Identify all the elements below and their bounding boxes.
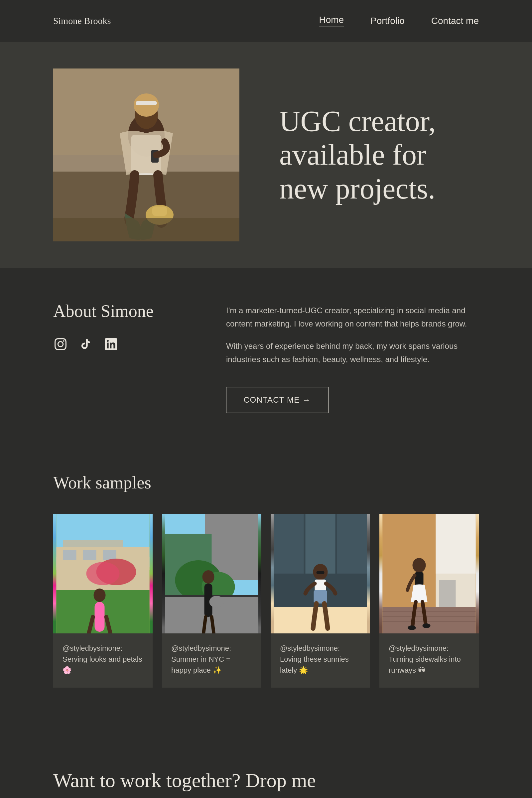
nav-links: Home Portfolio Contact me <box>319 15 479 27</box>
linkedin-icon[interactable] <box>104 337 118 352</box>
nav-contact[interactable]: Contact me <box>431 16 479 26</box>
svg-rect-51 <box>383 607 476 633</box>
navigation: Simone Brooks Home Portfolio Contact me <box>0 0 532 42</box>
work-card-3[interactable]: @styledbysimone: Loving these sunnies la… <box>271 514 370 688</box>
svg-rect-41 <box>274 607 367 633</box>
nav-home[interactable]: Home <box>319 15 344 27</box>
about-section: About Simone I'm a marketer-tu <box>0 268 532 446</box>
work-card-image-4 <box>379 514 479 633</box>
about-right: I'm a marketer-turned-UGC creator, speci… <box>226 301 479 413</box>
svg-rect-40 <box>337 514 367 573</box>
about-contact-button[interactable]: CONTACT ME → <box>226 387 328 413</box>
hero-section: UGC creator, available for new projects. <box>0 42 532 268</box>
svg-point-24 <box>94 589 106 602</box>
work-card-1[interactable]: @styledbysimone: Serving looks and petal… <box>53 514 153 688</box>
about-heading: About Simone <box>53 301 173 321</box>
svg-point-35 <box>209 596 224 608</box>
about-left: About Simone <box>53 301 173 413</box>
svg-rect-45 <box>317 571 324 574</box>
svg-rect-49 <box>436 514 476 573</box>
svg-rect-38 <box>274 514 304 573</box>
hero-image <box>53 69 240 241</box>
svg-rect-50 <box>439 580 456 607</box>
hero-heading: UGC creator, available for new projects. <box>279 104 479 206</box>
work-grid: @styledbysimone: Serving looks and petal… <box>53 514 479 688</box>
cta-section: Want to work together? Drop me a message… <box>0 727 532 798</box>
hero-text: UGC creator, available for new projects. <box>279 104 479 206</box>
work-card-caption-3: @styledbysimone: Loving these sunnies la… <box>271 633 370 688</box>
instagram-icon[interactable] <box>53 337 68 352</box>
svg-rect-10 <box>152 207 167 216</box>
site-logo: Simone Brooks <box>53 16 111 26</box>
work-section: Work samples <box>0 446 532 727</box>
svg-point-33 <box>203 570 214 584</box>
about-para2: With years of experience behind my back,… <box>226 340 479 366</box>
svg-rect-12 <box>53 218 240 241</box>
work-card-4[interactable]: @styledbysimone: Turning sidewalks into … <box>379 514 479 688</box>
svg-rect-7 <box>136 101 157 105</box>
tiktok-icon[interactable] <box>78 337 93 352</box>
nav-portfolio[interactable]: Portfolio <box>370 16 405 26</box>
work-card-2[interactable]: @styledbysimone: Summer in NYC = happy p… <box>162 514 261 688</box>
svg-point-22 <box>87 562 120 585</box>
svg-rect-43 <box>315 580 326 591</box>
svg-rect-19 <box>83 550 96 560</box>
work-card-caption-1: @styledbysimone: Serving looks and petal… <box>53 633 153 688</box>
work-card-caption-4: @styledbysimone: Turning sidewalks into … <box>379 633 479 688</box>
work-card-image-3 <box>271 514 370 633</box>
svg-rect-18 <box>63 550 76 560</box>
work-heading: Work samples <box>53 473 479 492</box>
svg-rect-25 <box>95 602 105 632</box>
about-para1: I'm a marketer-turned-UGC creator, speci… <box>226 304 479 330</box>
work-card-image-2 <box>162 514 261 633</box>
svg-point-58 <box>423 624 431 628</box>
cta-heading: Want to work together? Drop me a message… <box>53 767 319 798</box>
svg-point-57 <box>408 625 416 630</box>
work-card-image-1 <box>53 514 153 633</box>
social-icons <box>53 337 173 352</box>
svg-point-55 <box>413 558 426 573</box>
work-card-caption-2: @styledbysimone: Summer in NYC = happy p… <box>162 633 261 688</box>
